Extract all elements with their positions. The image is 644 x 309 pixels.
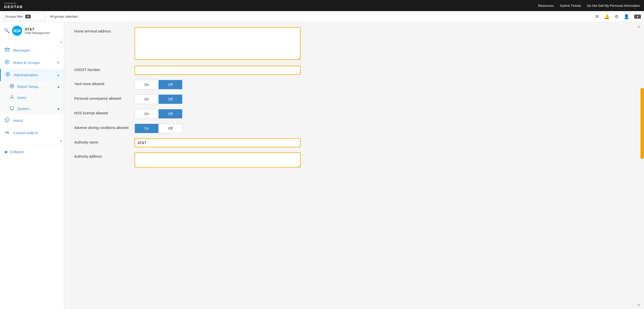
resources-link[interactable]: Resources [538, 4, 554, 8]
sidebar-item-custom-add-in[interactable]: Custom Add-In [0, 127, 64, 139]
collapse-icon: ◀ [4, 149, 7, 154]
users-label: Users [17, 96, 26, 100]
rules-groups-icon [4, 59, 10, 66]
sidebar: 🔍 AT&T Fleet Management ▲ Me [0, 22, 64, 309]
groups-filter-dropdown-arrow[interactable]: ▼ [25, 15, 31, 18]
users-icon [9, 95, 15, 100]
sidebar-scroll-down[interactable]: ▼ [0, 139, 64, 144]
sidebar-item-users[interactable]: Users [0, 92, 64, 103]
about-icon: i [4, 117, 10, 124]
adverse-driving-control: On Off [135, 124, 301, 133]
filter-bar-right-icons: ✉ 🔔 ⚙ 👤 ▼ [595, 14, 641, 19]
yard-move-control: On Off [135, 80, 301, 89]
top-bar: Powered by GEOTAB Resources Submit Ticke… [0, 0, 644, 11]
top-bar-links: Resources Submit Tickets Do Not Sell My … [538, 4, 640, 8]
usdot-label: USDOT Number: [74, 66, 130, 72]
search-icon[interactable]: 🔍 [4, 28, 10, 33]
administration-icon [5, 72, 11, 78]
brand-name: AT&T [25, 27, 50, 31]
sidebar-nav: Messages Rules & Groups ▼ Administration… [0, 44, 64, 81]
svg-rect-22 [5, 132, 7, 133]
authority-name-input[interactable] [135, 138, 301, 147]
system-label: System... [17, 107, 32, 111]
personal-conveyance-off-btn[interactable]: Off [158, 95, 182, 104]
bell-icon[interactable]: 🔔 [604, 14, 610, 19]
messages-label: Messages [13, 48, 30, 52]
usdot-control [135, 66, 301, 75]
yard-move-on-btn[interactable]: On [135, 80, 158, 89]
custom-add-in-label: Custom Add-In [13, 131, 38, 135]
hos-exempt-on-btn[interactable]: On [135, 109, 158, 118]
groups-filter-label: Groups filter [5, 15, 23, 18]
messages-icon [4, 47, 10, 53]
authority-address-textarea[interactable] [135, 152, 301, 167]
adverse-driving-toggle: On Off [135, 124, 182, 133]
rules-groups-chevron: ▼ [57, 61, 60, 64]
home-terminal-row: Home terminal address: [74, 27, 301, 61]
administration-label: Administration [14, 73, 38, 77]
sidebar-nav-bottom: i About Custom Add-In [0, 114, 64, 139]
hos-exempt-off-btn[interactable]: Off [158, 109, 182, 118]
svg-rect-17 [10, 107, 14, 109]
all-groups-text: All groups selected [50, 15, 77, 18]
filter-bar: Groups filter ▼ All groups selected ✉ 🔔 … [0, 11, 644, 22]
user-dropdown-arrow[interactable]: ▼ [634, 15, 641, 19]
sidebar-item-administration[interactable]: Administration ▲ [0, 69, 64, 81]
powered-by-text: Powered by GEOTAB [4, 2, 23, 9]
hos-exempt-control: On Off [135, 109, 301, 119]
content-scroll-down[interactable]: ▼ [637, 303, 640, 307]
hos-exempt-toggle: On Off [135, 109, 182, 119]
sub-brand-name: Fleet Management [25, 31, 50, 35]
sidebar-logo-text: AT&T Fleet Management [25, 27, 50, 35]
system-chevron: ▶ [58, 107, 60, 111]
svg-point-6 [6, 61, 8, 63]
personal-conveyance-row: Personal conveyance allowed: On Off [74, 94, 301, 104]
adverse-driving-on-btn[interactable]: On [135, 124, 158, 133]
settings-icon[interactable]: ⚙ [615, 14, 619, 19]
administration-chevron: ▲ [57, 73, 60, 77]
about-label: About [13, 118, 23, 123]
sidebar-item-about[interactable]: i About [0, 114, 64, 127]
adverse-driving-off-btn[interactable]: Off [158, 124, 182, 133]
yard-move-off-btn[interactable]: Off [158, 80, 182, 89]
sidebar-scroll-up[interactable]: ▲ [0, 40, 64, 44]
collapse-button[interactable]: ◀ Collapse [0, 146, 64, 158]
svg-rect-15 [12, 85, 13, 87]
content-area: Home terminal address: USDOT Number: Yar… [64, 22, 644, 309]
home-terminal-label: Home terminal address: [74, 27, 130, 33]
svg-point-8 [7, 74, 9, 75]
mail-icon[interactable]: ✉ [595, 14, 599, 19]
authority-address-label: Authority address: [74, 152, 130, 158]
personal-conveyance-toggle: On Off [135, 94, 182, 104]
scroll-accent [640, 88, 644, 159]
usdot-row: USDOT Number: [74, 66, 301, 75]
geotab-logo-text: GEOTAB [4, 5, 23, 9]
personal-conveyance-on-btn[interactable]: On [135, 95, 158, 104]
form-section: Home terminal address: USDOT Number: Yar… [74, 27, 301, 168]
system-icon [9, 106, 15, 112]
groups-filter-select[interactable]: Groups filter ▼ [3, 13, 46, 20]
yard-move-row: Yard move allowed: On Off [74, 80, 301, 89]
submit-tickets-link[interactable]: Submit Tickets [560, 4, 581, 8]
sidebar-item-report-setup[interactable]: Report Setup... ▶ [0, 81, 64, 92]
user-icon[interactable]: 👤 [624, 14, 629, 19]
content-scroll-up[interactable]: ▲ [637, 24, 640, 28]
hos-exempt-row: HOS Exempt allowed: On Off [74, 109, 301, 119]
authority-name-row: Authority name: [74, 138, 301, 147]
sidebar-item-messages[interactable]: Messages [0, 44, 64, 56]
usdot-input[interactable] [135, 66, 301, 75]
authority-name-label: Authority name: [74, 138, 130, 144]
main-layout: 🔍 AT&T Fleet Management ▲ Me [0, 22, 644, 309]
adverse-driving-label: Adverse driving conditions allowed: [74, 124, 130, 130]
sidebar-item-rules-groups[interactable]: Rules & Groups ▼ [0, 56, 64, 69]
personal-conveyance-label: Personal conveyance allowed: [74, 94, 130, 100]
custom-add-in-icon [4, 130, 10, 136]
do-not-sell-link[interactable]: Do Not Sell My Personal Information [587, 4, 640, 8]
svg-rect-23 [8, 132, 9, 133]
authority-name-control [135, 138, 301, 147]
sidebar-item-system[interactable]: System... ▶ [0, 103, 64, 114]
svg-rect-14 [11, 85, 12, 87]
rules-groups-label: Rules & Groups [13, 60, 40, 65]
hos-exempt-label: HOS Exempt allowed: [74, 109, 130, 115]
home-terminal-textarea[interactable] [135, 27, 301, 60]
